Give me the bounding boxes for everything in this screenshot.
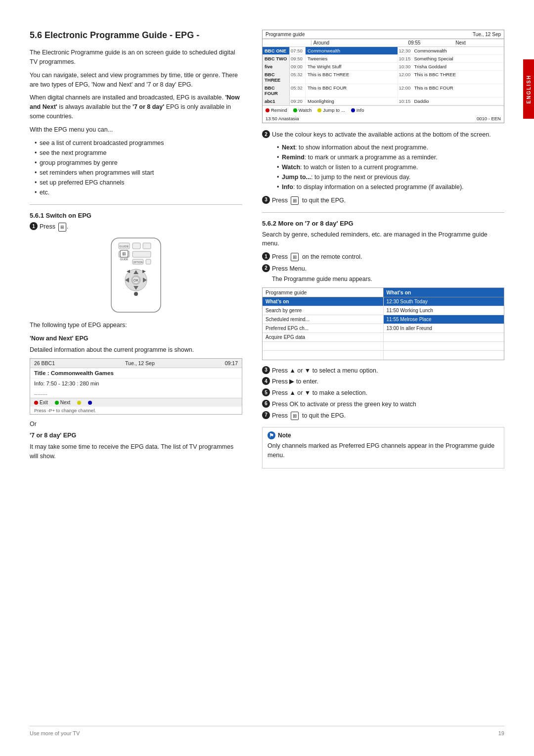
nn-programme-title: Title : Commonwealth Games [30,368,242,378]
562-step-6-content: Press OK to activate or press the green … [272,400,504,409]
step-3-num: 3 [262,196,270,204]
epg-button-icon: ⊞ [58,223,66,232]
step-1-row: 1 Press ⊞ . [30,222,242,232]
list-item: Watch: to watch or listen to a current p… [277,162,504,172]
prog-guide-footer: Remind Watch Jump to ... Info [263,105,504,114]
section-divider [30,204,242,205]
dot-green-icon [55,401,59,405]
step-3-row: 3 Press ⊞ to quit the EPG. [262,196,504,205]
list-item: Remind: to mark or unmark a programme as… [277,152,504,162]
prog-guide-footer2: 13:50 Anastasia 0010 - EEN [263,114,504,123]
dot-red-icon [266,108,269,112]
list-item: etc. [35,188,242,197]
svg-text:OK: OK [134,279,138,282]
prog-guide-row: five 09:00 The Wright Stuff 10:30 Trisha… [263,63,504,71]
prog-guide-menu-note: The Programme guide menu appears. [272,275,504,284]
dot-green-icon [293,108,297,112]
nn-footer-note: Press -P+ to change channel. [30,407,242,414]
svg-text:GUIDE: GUIDE [119,245,129,248]
footer-left: Use more of your TV [30,730,80,736]
remote-svg: GUIDE GUIDE OPTION ⊞ [82,236,190,315]
step-3-content: Press ⊞ to quit the EPG. [272,196,504,205]
prog-guide-header: Programme guide Tue., 12 Sep [263,30,504,39]
step-1-num: 1 [30,222,38,230]
remote-control-image: GUIDE GUIDE OPTION ⊞ [30,236,242,315]
list-item: group programmes by genre [35,158,242,168]
colour-keys-list: Next: to show information about the next… [272,142,504,192]
562-step-1-row: 1 Press ⊞ on the remote control. [262,252,504,262]
intro-para-2: You can navigate, select and view progra… [30,71,242,90]
section-title: 5.6 Electronic Programme Guide - EPG - [30,30,242,41]
562-step-5-num: 5 [262,388,270,396]
list-item: see a list of current broadcasted progra… [35,138,242,148]
page-footer: Use more of your TV 19 [30,726,504,736]
subsection-5-6-2-title: 5.6.2 More on '7 or 8 day' EPG [262,220,504,227]
wo-row: Scheduled remind... 11:55 Melrose Place [263,315,504,324]
wo-row: Search by genre 11:50 Working Lunch [263,306,504,315]
whats-on-table: Programme guide What's on What's on 12:3… [262,287,504,360]
step-2-content: Use the colour keys to activate the avai… [272,130,504,140]
svg-text:⊞: ⊞ [122,251,126,256]
wo-row: What's on 12:30 South Today [263,297,504,306]
now-next-epg-box: 26 BBC1 Tue., 12 Sep 09:17 Title : Commo… [30,358,242,415]
wo-col2-header: What's on [384,288,504,297]
562-step-2-row: 2 Press Menu. [262,264,504,274]
prog-guide-row: BBC FOUR 05:32 This is BBC FOUR 12:00 Th… [263,84,504,97]
wo-row: Preferred EPG ch... 13:00 In aller Freun… [263,324,504,333]
epg-quit2-icon: ⊞ [291,412,299,420]
562-step-5-content: Press ▲ or ▼ to make a selection. [272,388,504,398]
562-step-7-num: 7 [262,411,270,419]
562-step-5-row: 5 Press ▲ or ▼ to make a selection. [262,388,504,398]
wo-row: Acquire EPG data [263,333,504,342]
prog-guide-row: BBC THREE 05:32 This is BBC THREE 12:00 … [263,71,504,84]
7or8day-label: '7 or 8 day' EPG [30,431,242,440]
side-tab: ENGLISH [523,59,534,119]
step-2-num: 2 [262,130,270,138]
562-step-4-row: 4 Press ▶ to enter. [262,377,504,386]
562-step-3-content: Press ▲ or ▼ to select a menu option. [272,366,504,376]
now-next-label: 'Now and Next' EPG [30,334,242,343]
programme-guide-box: Programme guide Tue., 12 Sep Around 09:5… [262,30,504,123]
note-icon: ⚑ [267,431,275,439]
svg-point-22 [134,292,138,296]
nn-footer: Exit Next [30,398,242,407]
section-divider-2 [262,212,504,213]
list-item: Jump to...: to jump to the next or previ… [277,172,504,182]
detailed-text: Detailed information about the current p… [30,345,242,355]
step-2-row: 2 Use the colour keys to activate the av… [262,130,504,140]
dot-blue-icon [88,401,92,405]
intro-para-1: The Electronic Programme guide is an on … [30,48,242,67]
562-step-6-num: 6 [262,400,270,408]
dot-yellow-icon [317,108,321,112]
epg-features-list: see a list of current broadcasted progra… [30,138,242,197]
prog-guide-subheader: Around 09:55 Next [263,39,504,47]
wo-row [263,342,504,351]
svg-text:◀: ◀ [127,269,130,274]
svg-text:OPTION: OPTION [133,261,143,264]
note-box: ⚑ Note Only channels marked as Preferred… [262,427,504,469]
wo-row [263,351,504,360]
562-step-4-content: Press ▶ to enter. [272,377,504,386]
list-item: see the next programme [35,148,242,158]
epg-quit-button-icon: ⊞ [291,196,299,205]
562-step-4-num: 4 [262,377,270,385]
list-item: set reminders when programmes will start [35,168,242,178]
nn-programme-info: Info: 7:50 - 12:30 : 280 min [30,378,242,390]
dot-red-icon [34,401,38,405]
page-number: 19 [498,730,504,736]
7or8day-text: It may take some time to receive the EPG… [30,442,242,461]
svg-rect-3 [133,243,140,249]
list-item: Info: to display information on a select… [277,182,504,192]
list-item: set up preferred EPG channels [35,178,242,188]
nn-dots: -------- [30,390,242,398]
prog-guide-row: abc1 09:20 Moonlighting 10:15 Daddio [263,97,504,105]
562-step-2-content: Press Menu. [272,264,504,274]
wo-header: Programme guide What's on [263,288,504,297]
562-step-1-content: Press ⊞ on the remote control. [272,252,504,262]
or-text: Or [30,420,242,429]
epg-remote-icon: ⊞ [291,253,299,261]
following-epg-text: The following type of EPG appears: [30,321,242,330]
intro-para-4: With the EPG menu you can... [30,125,242,135]
svg-rect-11 [146,259,151,264]
intro-para-3: When digital channels are installed and … [30,93,242,121]
